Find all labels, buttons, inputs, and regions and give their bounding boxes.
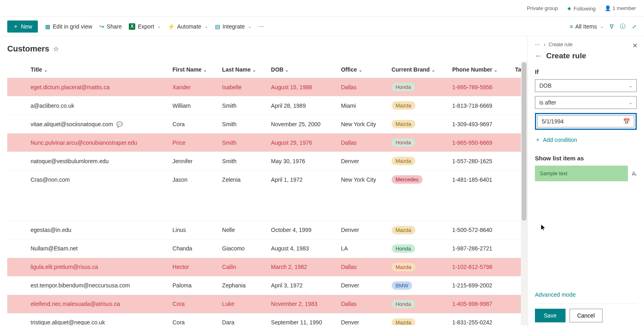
vertical-scrollbar[interactable] [521, 62, 527, 325]
cell-brand: Mercedes [388, 170, 449, 189]
brand-pill: Mazda [392, 157, 415, 165]
cell-title: egestas@in.edu [7, 221, 169, 239]
table-row[interactable]: a@aclibero.co.ukWilliamSmithApril 28, 19… [7, 96, 527, 115]
calendar-icon[interactable]: 📅 [623, 118, 630, 125]
cell-phone: 1-215-699-2002 [449, 276, 512, 295]
col-title[interactable]: Title⌄ [7, 62, 169, 78]
scrollbar-thumb[interactable] [522, 62, 526, 221]
view-selector[interactable]: ≡All Items⌄ [570, 23, 603, 30]
cell-phone: 1-500-572-8640 [449, 221, 512, 239]
filter-icon[interactable]: ∇ [610, 23, 613, 30]
table-row[interactable]: eleifend.nec.malesuada@atrisus.caCoraLuk… [7, 295, 527, 313]
cell-brand: Mazda [388, 115, 449, 133]
cell-brand: Honda [388, 133, 449, 152]
cell-last: Smith [219, 96, 268, 115]
edit-grid-button[interactable]: ▦Edit in grid view [45, 23, 92, 30]
cell-brand: Mazda [388, 258, 449, 276]
col-last-name[interactable]: Last Name⌄ [219, 62, 268, 78]
save-button[interactable]: Save [535, 309, 566, 322]
chevron-down-icon: ⌄ [204, 24, 208, 29]
chevron-down-icon: ⌄ [248, 24, 251, 29]
breadcrumb-current: Create rule [549, 42, 572, 47]
date-input[interactable]: 5/1/1994 📅 [537, 115, 634, 127]
back-icon[interactable]: ← [535, 52, 542, 60]
sample-preview[interactable]: Sample text [535, 166, 628, 181]
automate-button[interactable]: ⚡Automate⌄ [168, 23, 208, 30]
cell-first: Jason [169, 170, 219, 189]
cell-dob: April 28, 1989 [268, 96, 338, 115]
cell-title: ligula.elit.pretium@risus.ca [7, 258, 169, 276]
table-row[interactable]: egestas@in.eduLinusNelleOctober 4, 1999D… [7, 221, 527, 239]
brand-pill: Mercedes [392, 175, 423, 184]
cell-title: natoque@vestibulumlorem.edu [7, 152, 169, 170]
chevron-down-icon: ⌄ [44, 68, 47, 72]
cell-office: Dallas [338, 258, 388, 276]
cell-first: William [169, 96, 219, 115]
cell-title: Nullam@Etiam.net [7, 239, 169, 258]
cell-dob: May 30, 1976 [268, 152, 338, 170]
column-select[interactable]: DOB⌄ [535, 79, 637, 92]
share-button[interactable]: ↪Share [99, 23, 122, 30]
brand-pill: Mazda [392, 120, 415, 128]
cell-last: Isabelle [219, 78, 268, 96]
col-first-name[interactable]: First Name⌄ [169, 62, 219, 78]
cell-dob: August 4, 1983 [268, 239, 338, 258]
cell-first: Cora [169, 295, 219, 313]
brand-pill: BMW [392, 281, 413, 290]
cell-brand: Mazda [388, 313, 449, 325]
cell-phone: 1-987-286-2721 [449, 239, 512, 258]
overflow-button[interactable]: ⋯ [258, 23, 264, 30]
col-dob[interactable]: DOB⌄ [268, 62, 338, 78]
close-icon[interactable]: ✕ [632, 42, 638, 49]
table-row[interactable]: Nullam@Etiam.netChandaGiacomoAugust 4, 1… [7, 239, 527, 258]
cell-office: Dallas [338, 295, 388, 313]
cell-last: Giacomo [219, 239, 268, 258]
comment-icon[interactable]: 💬 [116, 121, 123, 127]
table-row[interactable]: tristique.aliquet@neque.co.ukCoraDaraSep… [7, 313, 527, 325]
share-icon: ↪ [99, 23, 104, 30]
brand-pill: Mazda [392, 263, 415, 271]
edit-style-icon[interactable]: Aᵢ [632, 170, 637, 177]
chevron-down-icon: ⌄ [629, 100, 632, 105]
expand-icon[interactable]: ⤢ [632, 23, 637, 30]
cell-office: Denver [338, 276, 388, 295]
add-condition-button[interactable]: ＋Add condition [535, 136, 637, 144]
table-row[interactable]: eget.dictum.placerat@mattis.caXanderIsab… [7, 78, 527, 96]
brand-pill: Honda [392, 138, 415, 147]
table-row[interactable]: Nunc.pulvinar.arcu@conubianostraper.eduP… [7, 133, 527, 152]
col-brand[interactable]: Current Brand⌄ [388, 62, 449, 78]
cell-phone: 1-557-280-1625 [449, 152, 512, 170]
integrate-icon: ▤ [215, 23, 220, 30]
cell-first: Cora [169, 313, 219, 325]
col-phone[interactable]: Phone Number⌄ [449, 62, 512, 78]
new-button[interactable]: ＋New [7, 20, 38, 33]
member-count[interactable]: 👤 1 member [605, 5, 636, 11]
integrate-button[interactable]: ▤Integrate⌄ [215, 23, 251, 30]
breadcrumb-root[interactable]: ⋯ [535, 42, 541, 47]
cell-dob: November 2, 1983 [268, 295, 338, 313]
command-bar: ＋New ▦Edit in grid view ↪Share XExport⌄ … [0, 17, 644, 36]
brand-pill: Honda [392, 244, 415, 253]
table-row[interactable]: natoque@vestibulumlorem.eduJenniferSmith… [7, 152, 527, 170]
advanced-mode-link[interactable]: Advanced mode [535, 291, 637, 298]
table-row[interactable]: Cras@non.comJasonZeleniaApril 1, 1972New… [7, 170, 527, 189]
table-row[interactable]: vitae.aliquet@sociisnatoque.com💬CoraSmit… [7, 115, 527, 133]
cell-title: tristique.aliquet@neque.co.uk [7, 313, 169, 325]
operator-select[interactable]: is after⌄ [535, 96, 637, 109]
cell-brand: Mazda [388, 96, 449, 115]
cell-phone: 1-813-718-6669 [449, 96, 512, 115]
info-icon[interactable]: ⓘ [620, 23, 625, 30]
cell-first: Xander [169, 78, 219, 96]
cancel-button[interactable]: Cancel [570, 309, 603, 322]
cell-office: New York City [338, 115, 388, 133]
table-row[interactable]: ligula.elit.pretium@risus.caHectorCailin… [7, 258, 527, 276]
following-status[interactable]: ★ Following [567, 5, 596, 12]
cell-brand: Honda [388, 78, 449, 96]
table-row[interactable] [7, 189, 527, 221]
export-button[interactable]: XExport⌄ [129, 23, 160, 30]
favorite-icon[interactable]: ☆ [53, 45, 59, 53]
cell-dob: April 1, 1972 [268, 170, 338, 189]
chevron-down-icon: ⌄ [252, 68, 256, 72]
table-row[interactable]: est.tempor.bibendum@neccursusa.comPaloma… [7, 276, 527, 295]
col-office[interactable]: Office⌄ [338, 62, 388, 78]
